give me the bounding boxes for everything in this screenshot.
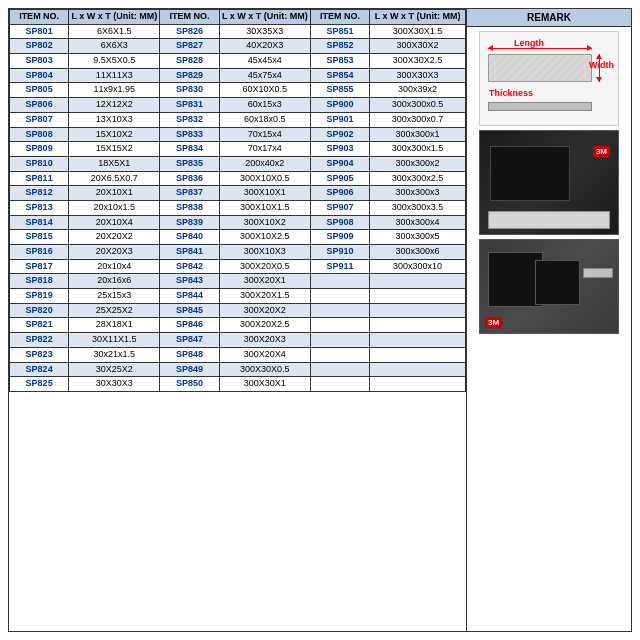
table-cell: SP911 <box>310 259 369 274</box>
table-cell: SP817 <box>10 259 69 274</box>
table-cell: SP824 <box>10 362 69 377</box>
table-cell: 60x18x0.5 <box>219 112 310 127</box>
table-cell: 15X15X2 <box>69 142 160 157</box>
table-cell: 20X20X2 <box>69 230 160 245</box>
dimension-diagram: Length <box>479 31 619 126</box>
table-row: SP82128X18X1SP846300X20X2.5 <box>10 318 466 333</box>
table-cell: SP839 <box>160 215 219 230</box>
table-cell: SP903 <box>310 142 369 157</box>
table-cell: SP810 <box>10 156 69 171</box>
table-cell: SP811 <box>10 171 69 186</box>
table-cell: SP813 <box>10 200 69 215</box>
table-cell: 300X30X1 <box>219 377 310 392</box>
remark-section: REMARK Length <box>467 8 632 632</box>
table-cell: SP901 <box>310 112 369 127</box>
header-item3: ITEM NO. <box>310 10 369 25</box>
header-dim1: L x W x T (Unit: MM) <box>69 10 160 25</box>
table-cell: 300X30X2 <box>370 39 466 54</box>
table-cell: 200x40x2 <box>219 156 310 171</box>
table-row: SP82330x21x1.5SP848300X20X4 <box>10 347 466 362</box>
table-cell: 45x45x4 <box>219 54 310 69</box>
table-row: SP80713X10X3SP83260x18x0.5SP901300x300x0… <box>10 112 466 127</box>
table-cell: SP830 <box>160 83 219 98</box>
3m-logo-top: 3M <box>593 146 610 157</box>
table-cell <box>370 347 466 362</box>
table-cell: 300X10X2 <box>219 215 310 230</box>
table-cell: 60x15x3 <box>219 98 310 113</box>
product-table-section: ITEM NO. L x W x T (Unit: MM) ITEM NO. L… <box>8 8 467 632</box>
table-row: SP81820x16x6SP843300X20X1 <box>10 274 466 289</box>
table-cell: SP835 <box>160 156 219 171</box>
table-cell: SP905 <box>310 171 369 186</box>
table-cell: 20x10x4 <box>69 259 160 274</box>
table-cell: 40X20X3 <box>219 39 310 54</box>
table-cell: SP812 <box>10 186 69 201</box>
table-cell: 20X10X1 <box>69 186 160 201</box>
table-cell: 300X20X2 <box>219 303 310 318</box>
table-cell: 60X10X0.5 <box>219 83 310 98</box>
table-cell: 70x17x4 <box>219 142 310 157</box>
table-cell <box>310 333 369 348</box>
table-cell <box>370 333 466 348</box>
table-cell: SP845 <box>160 303 219 318</box>
table-cell: SP829 <box>160 68 219 83</box>
table-cell <box>370 362 466 377</box>
table-cell: SP906 <box>310 186 369 201</box>
table-cell: 20X20X3 <box>69 245 160 260</box>
table-row: SP81120X6.5X0.7SP836300X10X0.5SP905300x3… <box>10 171 466 186</box>
header-dim2: L x W x T (Unit: MM) <box>219 10 310 25</box>
table-cell: 300x300x6 <box>370 245 466 260</box>
table-cell: 300X30X0.5 <box>219 362 310 377</box>
table-cell: SP819 <box>10 289 69 304</box>
table-cell: 25x15x3 <box>69 289 160 304</box>
svg-rect-1 <box>489 55 591 81</box>
table-cell: SP807 <box>10 112 69 127</box>
table-cell: 300x300x0.5 <box>370 98 466 113</box>
table-cell: SP902 <box>310 127 369 142</box>
table-cell: SP818 <box>10 274 69 289</box>
thickness-rect <box>488 102 592 111</box>
table-row: SP82025X25X2SP845300X20X2 <box>10 303 466 318</box>
table-cell: SP816 <box>10 245 69 260</box>
table-cell: SP825 <box>10 377 69 392</box>
table-cell <box>310 289 369 304</box>
table-cell: SP850 <box>160 377 219 392</box>
table-cell: 30X11X1.5 <box>69 333 160 348</box>
table-cell: 9.5X5X0.5 <box>69 54 160 69</box>
table-cell: 20x10x1.5 <box>69 200 160 215</box>
table-cell: 300x300x2.5 <box>370 171 466 186</box>
table-cell: 300X10X1.5 <box>219 200 310 215</box>
table-cell: 30X25X2 <box>69 362 160 377</box>
table-cell: SP805 <box>10 83 69 98</box>
header-item2: ITEM NO. <box>160 10 219 25</box>
table-cell: 30X30X3 <box>69 377 160 392</box>
table-row: SP81620X20X3SP841300X10X3SP910300x300x6 <box>10 245 466 260</box>
table-cell: SP833 <box>160 127 219 142</box>
table-cell: SP822 <box>10 333 69 348</box>
table-cell: 300x300x1 <box>370 127 466 142</box>
table-cell: SP851 <box>310 24 369 39</box>
table-row: SP82230X11X1.5SP847300X20X3 <box>10 333 466 348</box>
table-cell: 11x9x1.95 <box>69 83 160 98</box>
table-cell: 300X30X2.5 <box>370 54 466 69</box>
table-cell: 6X6X1.5 <box>69 24 160 39</box>
table-cell: SP907 <box>310 200 369 215</box>
table-cell: SP909 <box>310 230 369 245</box>
table-cell: SP855 <box>310 83 369 98</box>
table-cell: SP815 <box>10 230 69 245</box>
thickness-label: Thickness <box>489 88 533 98</box>
table-cell: SP854 <box>310 68 369 83</box>
table-cell: 300x300x3 <box>370 186 466 201</box>
table-cell: 25X25X2 <box>69 303 160 318</box>
table-cell: 300X10X0.5 <box>219 171 310 186</box>
table-cell: SP832 <box>160 112 219 127</box>
table-cell: SP834 <box>160 142 219 157</box>
table-cell: 300x300x0.7 <box>370 112 466 127</box>
table-cell: SP844 <box>160 289 219 304</box>
table-cell: 300x300x1.5 <box>370 142 466 157</box>
table-cell: SP831 <box>160 98 219 113</box>
table-cell: 15X10X2 <box>69 127 160 142</box>
table-row: SP8016X6X1.5SP82630X35X3SP851300X30X1.5 <box>10 24 466 39</box>
table-row: SP8039.5X5X0.5SP82845x45x4SP853300X30X2.… <box>10 54 466 69</box>
table-cell: SP847 <box>160 333 219 348</box>
